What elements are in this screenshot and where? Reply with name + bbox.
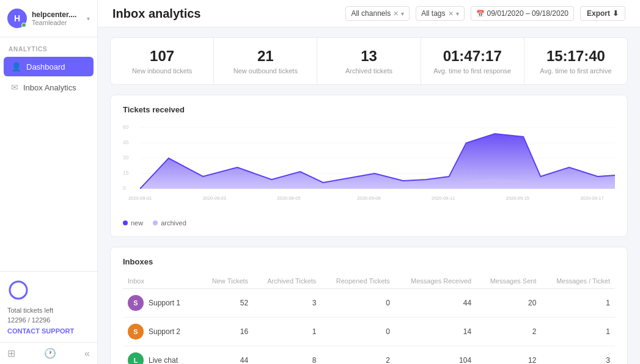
inbox-name-cell: S Support 2 xyxy=(123,318,200,346)
sidebar-header[interactable]: H helpcenter.... Teamleader ▾ xyxy=(0,0,97,37)
download-icon: ⬇ xyxy=(612,9,619,18)
export-label: Export xyxy=(587,9,610,18)
sidebar: H helpcenter.... Teamleader ▾ ANALYTICS … xyxy=(0,0,98,364)
sidebar-item-dashboard[interactable]: 👤 Dashboard xyxy=(4,57,94,76)
col-reopened-tickets: Reopened Tickets xyxy=(321,274,395,289)
analytics-section-label: ANALYTICS xyxy=(0,37,97,56)
archived-tickets-cell: 1 xyxy=(253,318,321,346)
tags-clear-icon[interactable]: ✕ xyxy=(448,10,454,18)
svg-text:2020-09-05: 2020-09-05 xyxy=(277,195,300,201)
dashboard-icon: 👤 xyxy=(11,62,21,71)
inboxes-section: Inboxes Inbox New Tickets Archived Ticke… xyxy=(110,247,628,364)
channels-chevron-icon: ▾ xyxy=(401,10,404,17)
stat-archived: 13 Archived tickets xyxy=(317,38,421,84)
table-row: L Live chat 44 8 2 104 12 3 xyxy=(123,346,615,365)
chevron-down-icon: ▾ xyxy=(87,15,90,22)
msg-sent-cell: 12 xyxy=(476,346,541,365)
tags-chevron-icon: ▾ xyxy=(456,10,459,17)
chart-section: Tickets received 60 45 30 15 0 xyxy=(110,95,628,237)
clock-icon[interactable]: 🕐 xyxy=(44,348,56,359)
stat-value: 107 xyxy=(123,48,201,65)
svg-point-1 xyxy=(10,282,27,299)
topbar: Inbox analytics All channels ✕ ▾ All tag… xyxy=(98,0,640,27)
chart-new-area xyxy=(140,134,615,189)
brand-name: helpcenter.... xyxy=(32,10,76,19)
page-title: Inbox analytics xyxy=(112,7,339,21)
grid-icon[interactable]: ⊞ xyxy=(7,348,15,359)
contact-support-link[interactable]: CONTACT SUPPORT xyxy=(7,327,90,335)
chart-area: 60 45 30 15 0 xyxy=(123,122,615,213)
channels-filter[interactable]: All channels ✕ ▾ xyxy=(345,6,410,21)
col-archived-tickets: Archived Tickets xyxy=(253,274,321,289)
svg-text:2020-09-11: 2020-09-11 xyxy=(432,195,455,201)
sidebar-item-label: Dashboard xyxy=(26,62,65,71)
online-indicator xyxy=(21,23,26,27)
brand-info: helpcenter.... Teamleader xyxy=(32,10,76,26)
msg-per-ticket-cell: 3 xyxy=(541,346,615,365)
table-row: S Support 2 16 1 0 14 2 1 xyxy=(123,318,615,346)
sidebar-footer: Total tickets left 12296 / 12296 CONTACT… xyxy=(0,271,97,342)
stat-new-inbound: 107 New inbound tickets xyxy=(111,38,214,84)
msg-per-ticket-cell: 1 xyxy=(541,289,615,318)
stats-row: 107 New inbound tickets 21 New outbound … xyxy=(110,37,628,85)
chart-title: Tickets received xyxy=(123,105,615,114)
reopened-tickets-cell: 0 xyxy=(321,318,395,346)
reopened-tickets-cell: 2 xyxy=(321,346,395,365)
archived-tickets-cell: 3 xyxy=(253,289,321,318)
sidebar-item-label: Inbox Analytics xyxy=(23,83,76,92)
svg-text:2020-09-15: 2020-09-15 xyxy=(506,195,529,201)
inbox-name-cell: L Live chat xyxy=(123,346,200,365)
stat-value: 21 xyxy=(226,48,304,65)
msg-sent-cell: 20 xyxy=(476,289,541,318)
content-area: 107 New inbound tickets 21 New outbound … xyxy=(98,27,640,364)
tags-filter[interactable]: All tags ✕ ▾ xyxy=(416,6,464,21)
col-inbox: Inbox xyxy=(123,274,200,289)
table-row: S Support 1 52 3 0 44 20 1 xyxy=(123,289,615,318)
col-new-tickets: New Tickets xyxy=(200,274,253,289)
svg-text:2020-09-17: 2020-09-17 xyxy=(580,195,603,201)
new-tickets-cell: 16 xyxy=(200,318,253,346)
stat-label: New inbound tickets xyxy=(123,67,201,75)
stat-avg-first-response: 01:47:17 Avg. time to first response xyxy=(421,38,524,84)
legend-new: new xyxy=(123,219,143,227)
date-range-filter[interactable]: 📅 09/01/2020 – 09/18/2020 xyxy=(471,6,574,21)
stat-avg-first-archive: 15:17:40 Avg. time to first archive xyxy=(524,38,627,84)
channels-clear-icon[interactable]: ✕ xyxy=(393,10,399,18)
legend-new-label: new xyxy=(131,219,143,227)
msg-sent-cell: 2 xyxy=(476,318,541,346)
msg-received-cell: 14 xyxy=(395,318,476,346)
ticket-ring-chart xyxy=(7,279,29,301)
inboxes-title: Inboxes xyxy=(123,257,615,266)
stat-label: Archived tickets xyxy=(329,67,408,75)
stat-value: 15:17:40 xyxy=(537,48,615,65)
svg-text:45: 45 xyxy=(123,139,129,145)
svg-text:15: 15 xyxy=(123,170,129,176)
svg-text:0: 0 xyxy=(123,185,126,191)
sidebar-item-inbox-analytics[interactable]: ✉ Inbox Analytics xyxy=(4,78,94,97)
collapse-icon[interactable]: « xyxy=(84,348,90,359)
inbox-name-cell: S Support 1 xyxy=(123,289,200,318)
svg-text:30: 30 xyxy=(123,155,129,161)
inbox-icon: ✉ xyxy=(11,82,18,92)
archived-tickets-cell: 8 xyxy=(253,346,321,365)
sidebar-bottom-bar: ⊞ 🕐 « xyxy=(0,342,97,364)
reopened-tickets-cell: 0 xyxy=(321,289,395,318)
channels-label: All channels xyxy=(351,9,391,18)
col-msg-per-ticket: Messages / Ticket xyxy=(541,274,615,289)
calendar-icon: 📅 xyxy=(476,10,485,18)
brand-sub: Teamleader xyxy=(32,19,76,26)
svg-text:2020-09-01: 2020-09-01 xyxy=(128,195,152,201)
legend-archived-dot xyxy=(153,220,158,225)
msg-per-ticket-cell: 1 xyxy=(541,318,615,346)
legend-archived: archived xyxy=(153,219,186,227)
svg-text:60: 60 xyxy=(123,124,129,130)
svg-text:2020-09-03: 2020-09-03 xyxy=(203,195,226,201)
stat-value: 13 xyxy=(329,48,408,65)
stat-label: New outbound tickets xyxy=(226,67,304,75)
export-button[interactable]: Export ⬇ xyxy=(580,6,625,21)
new-tickets-cell: 52 xyxy=(200,289,253,318)
svg-text:2020-09-08: 2020-09-08 xyxy=(357,195,380,201)
legend-new-dot xyxy=(123,220,128,225)
col-msg-sent: Messages Sent xyxy=(476,274,541,289)
stat-value: 01:47:17 xyxy=(433,48,512,65)
